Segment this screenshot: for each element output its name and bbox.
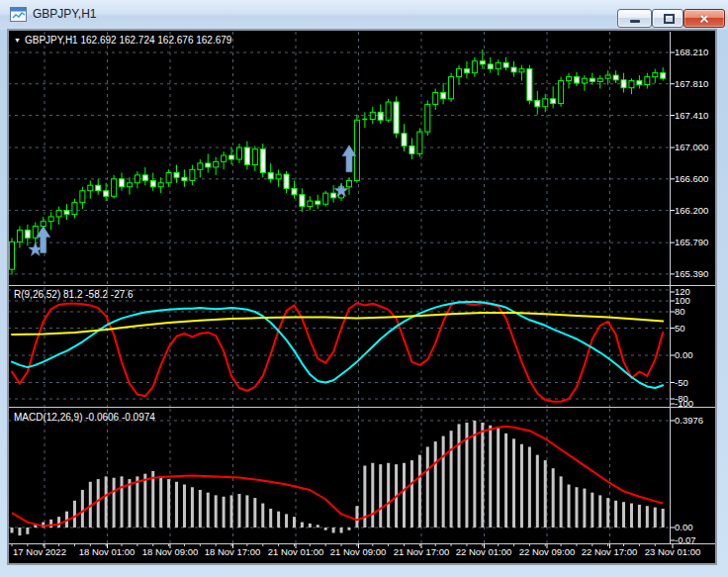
svg-text:0.3976: 0.3976: [675, 415, 703, 426]
svg-text:22 Nov 01:00: 22 Nov 01:00: [456, 546, 512, 557]
svg-text:168.210: 168.210: [675, 47, 708, 57]
svg-text:80: 80: [675, 306, 685, 317]
svg-text:167.410: 167.410: [675, 110, 708, 121]
svg-text:165.390: 165.390: [675, 268, 708, 279]
svg-text:21 Nov 17:00: 21 Nov 17:00: [394, 546, 450, 557]
svg-text:17 Nov 2022: 17 Nov 2022: [13, 546, 66, 557]
svg-text:22 Nov 17:00: 22 Nov 17:00: [582, 546, 638, 557]
chart-window-icon: [10, 7, 27, 22]
svg-text:100: 100: [675, 295, 690, 306]
close-button[interactable]: [683, 9, 725, 28]
svg-text:21 Nov 09:00: 21 Nov 09:00: [330, 546, 387, 557]
svg-text:18 Nov 01:00: 18 Nov 01:00: [79, 546, 136, 557]
svg-text:18 Nov 17:00: 18 Nov 17:00: [205, 546, 261, 557]
svg-text:165.790: 165.790: [675, 237, 708, 247]
svg-text:166.200: 166.200: [675, 205, 708, 216]
svg-text:166.600: 166.600: [675, 173, 708, 184]
window-title: GBPJPY,H1: [33, 0, 96, 30]
restore-button[interactable]: [652, 9, 683, 28]
expand-icon[interactable]: ▼: [14, 37, 21, 44]
info-ohlc-values: 162.692 162.724 162.676 162.679: [80, 35, 231, 46]
restore-icon: [664, 14, 675, 24]
svg-text:167.810: 167.810: [675, 78, 708, 89]
svg-text:23 Nov 01:00: 23 Nov 01:00: [645, 546, 701, 557]
r-indicator-label: R(9,26,52) 81.2 -58.2 -27.6: [14, 289, 134, 300]
svg-text:167.000: 167.000: [675, 142, 708, 152]
svg-text:-50: -50: [675, 377, 688, 388]
close-icon: [698, 13, 710, 25]
svg-text:22 Nov 09:00: 22 Nov 09:00: [519, 546, 576, 557]
ohlc-info-line[interactable]: ▼GBPJPY,H1 162.692 162.724 162.676 162.6…: [14, 35, 231, 46]
svg-text:0.00: 0.00: [675, 522, 693, 532]
svg-text:21 Nov 01:00: 21 Nov 01:00: [268, 546, 324, 557]
chart-window: GBPJPY,H1 168.210167.810167.410167.00016…: [0, 0, 728, 577]
chart-area[interactable]: 168.210167.810167.410167.000166.600166.2…: [8, 30, 716, 564]
window-titlebar[interactable]: GBPJPY,H1: [0, 0, 728, 30]
svg-text:50: 50: [675, 323, 685, 334]
minimize-button[interactable]: [617, 9, 652, 28]
minimize-icon: [630, 20, 640, 23]
macd-indicator-label: MACD(12,26,9) -0.0606 -0.0974: [14, 412, 155, 423]
info-symbol: GBPJPY,H1: [25, 35, 78, 46]
svg-text:18 Nov 09:00: 18 Nov 09:00: [142, 546, 199, 557]
svg-text:0.00: 0.00: [675, 349, 693, 360]
